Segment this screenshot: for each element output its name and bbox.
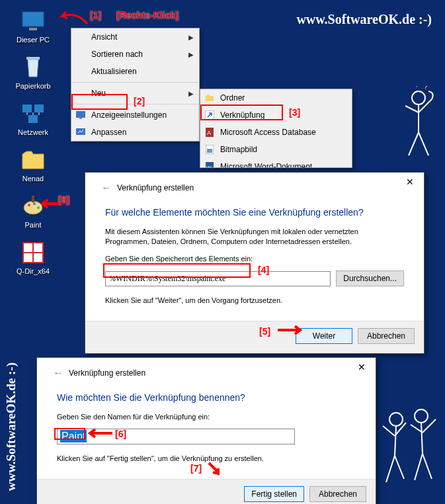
svg-point-29 [389,413,403,426]
menu-label: Verknüpfung [220,110,264,120]
context-submenu-neu: Ordner Verknüpfung AMicrosoft Access Dat… [200,89,352,168]
cancel-button[interactable]: Abbrechen [358,328,415,344]
svg-point-26 [412,91,425,105]
svg-text:?: ? [424,86,428,91]
close-button[interactable]: ✕ [348,358,376,376]
menu-item-sortieren[interactable]: Sortieren nach▶ [71,46,199,63]
chevron-right-icon: ▶ [188,34,194,41]
menu-label: Ordner [220,93,245,103]
svg-rect-17 [79,118,82,119]
desktop-icon-label: Paint [9,221,57,229]
svg-rect-23 [207,149,212,153]
svg-rect-1 [29,28,37,30]
dialog-title: Verknüpfung erstellen [117,183,194,192]
stick-figures-icon [376,399,442,499]
svg-rect-14 [24,253,32,262]
desktop-icon-dieser-pc[interactable]: Dieser PC [9,8,57,44]
svg-text:A: A [207,130,211,136]
menu-item-bitmap[interactable]: Bitmapbild [200,141,352,158]
paint-icon [20,193,46,220]
recyclebin-icon [20,54,46,81]
svg-text:W: W [206,165,212,168]
pc-icon [20,8,46,34]
next-button[interactable]: Weiter [296,328,352,344]
menu-separator [72,104,198,105]
desktop-icon-label: Netzwerk [9,128,57,136]
access-icon: A [204,127,215,138]
dialog-label: Geben Sie den Speicherort des Elements e… [105,254,404,264]
word-icon: W [204,161,215,168]
svg-rect-0 [22,12,44,26]
browse-button[interactable]: Durchsuchen... [336,271,404,286]
menu-label: Ansicht [91,32,117,42]
menu-label: Bitmapbild [220,145,257,154]
stick-figure-icon: ?? [392,86,438,165]
dialog-hint: Klicken Sie auf "Weiter", um den Vorgang… [105,296,404,306]
svg-point-8 [33,202,36,205]
finish-button[interactable]: Fertig stellen [244,486,304,502]
dialog-desc: Mit diesem Assistenten können Sie Verknü… [105,227,404,247]
folder-icon [204,93,215,103]
chevron-right-icon: ▶ [188,51,194,58]
desktop-icon-paint[interactable]: Paint [9,193,57,229]
annotation-8: [8] [58,194,69,205]
menu-item-verknuepfung[interactable]: Verknüpfung [200,106,352,124]
svg-rect-16 [76,111,85,118]
menu-item-neu[interactable]: Neu▶ [71,85,199,102]
back-arrow-icon[interactable]: ← [101,182,112,194]
svg-rect-10 [32,196,34,202]
qdir-icon [20,239,46,266]
desktop-icon-nenad[interactable]: Nenad [9,147,57,183]
menu-item-ordner[interactable]: Ordner [200,89,352,106]
desktop-icon-netzwerk[interactable]: Netzwerk [9,101,57,136]
svg-point-30 [415,409,428,423]
annotation-1: [1] [90,10,101,21]
cancel-button[interactable]: Abbrechen [309,486,366,502]
menu-label: Microsoft Word-Dokument [220,162,312,168]
menu-item-word[interactable]: WMicrosoft Word-Dokument [200,158,352,168]
menu-label: Anpassen [91,128,126,137]
svg-rect-12 [24,243,32,252]
dialog-label: Geben Sie den Namen für die Verknüpfung … [57,412,356,422]
shortcut-icon [204,110,215,120]
svg-rect-5 [28,115,38,123]
menu-label: Sortieren nach [91,50,143,59]
desktop-icon-papierkorb[interactable]: Papierkorb [9,54,57,90]
name-input-value[interactable]: Paint [60,430,87,442]
location-input[interactable] [105,271,331,286]
back-arrow-icon[interactable]: ← [53,367,63,379]
close-button[interactable]: ✕ [396,173,424,191]
desktop-icon-label: Nenad [9,175,57,183]
svg-rect-2 [26,57,40,60]
svg-rect-15 [34,253,42,262]
menu-label: Aktualisieren [91,67,137,76]
menu-item-anzeige[interactable]: Anzeigeeinstellungen [71,106,199,124]
folder-icon [20,147,46,173]
svg-rect-3 [22,105,32,112]
menu-label: Anzeigeeinstellungen [91,110,167,120]
dialog-shortcut-step2: ✕ ← Verknüpfung erstellen Wie möchten Si… [36,357,376,504]
menu-item-anpassen[interactable]: Anpassen [71,124,199,141]
menu-label: Microsoft Access Database [220,128,316,137]
svg-text:?: ? [415,86,419,89]
dialog-shortcut-step1: ✕ ← Verknüpfung erstellen Für welche Ele… [85,172,425,354]
desktop-icon-label: Dieser PC [9,36,57,44]
personalize-icon [75,127,86,138]
dialog-heading: Für welche Elemente möchten Sie eine Ver… [105,207,404,218]
bitmap-icon [204,144,215,155]
menu-item-access[interactable]: AMicrosoft Access Database [200,124,352,141]
network-icon [20,101,46,127]
menu-item-aktualisieren[interactable]: Aktualisieren [71,63,199,80]
svg-point-9 [37,206,40,209]
desktop-icon-qdir[interactable]: Q-Dir_x64 [9,239,57,275]
desktop-icon-label: Q-Dir_x64 [9,267,57,275]
svg-rect-13 [34,243,42,252]
dialog-title: Verknüpfung erstellen [69,368,145,378]
display-icon [75,110,86,120]
chevron-right-icon: ▶ [188,90,194,97]
menu-item-ansicht[interactable]: Ansicht▶ [71,28,199,46]
context-menu-desktop: Ansicht▶ Sortieren nach▶ Aktualisieren N… [71,28,200,142]
red-arrow-1 [58,9,89,28]
watermark-left: www.SoftwareOK.de :-) [4,362,19,491]
watermark-top: www.SoftwareOK.de :-) [296,12,432,27]
